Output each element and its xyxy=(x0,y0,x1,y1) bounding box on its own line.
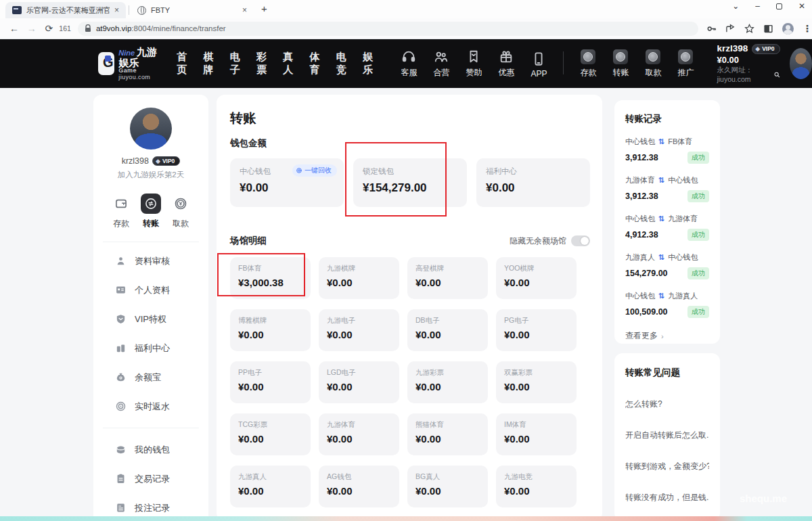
logo-nine: Nine xyxy=(118,49,135,57)
transfer-record-row[interactable]: 九游体育⇅中心钱包3,912.38成功 xyxy=(625,175,709,202)
venue-card-BG真人[interactable]: BG真人¥0.00 xyxy=(407,466,488,507)
quick-客服[interactable]: 客服 xyxy=(398,49,420,78)
sidebar-item-福利中心[interactable]: 福利中心 xyxy=(93,334,208,363)
venue-card-九游电竞[interactable]: 九游电竞¥0.00 xyxy=(496,466,577,507)
venue-card-FB体育[interactable]: FB体育¥3,000.38 xyxy=(230,257,311,299)
venue-amount: ¥0.00 xyxy=(327,277,391,288)
quick-转账[interactable]: 转账 xyxy=(610,49,631,78)
wallet-card-中心钱包[interactable]: 中心钱包一键回收¥0.00 xyxy=(230,158,344,207)
quick-取款[interactable]: 取款 xyxy=(642,49,664,78)
site-favicon xyxy=(12,6,22,14)
records-list: 中心钱包⇅FB体育3,912.38成功九游体育⇅中心钱包3,912.38成功中心… xyxy=(625,137,709,318)
faq-item[interactable]: 开启自动转账后怎么取... xyxy=(625,430,709,441)
share-icon[interactable] xyxy=(725,24,736,34)
venue-card-YOO棋牌[interactable]: YOO棋牌¥0.00 xyxy=(496,257,577,299)
view-more-link[interactable]: 查看更多› xyxy=(625,330,709,342)
site-logo[interactable]: Nine九游娱乐 Game jiuyou.com xyxy=(98,47,160,81)
sidebar-item-实时返水[interactable]: 实时返水 xyxy=(93,392,208,421)
venue-card-PP电子[interactable]: PP电子¥0.00 xyxy=(230,361,311,403)
tab-separator xyxy=(129,5,129,15)
wallet-card-锁定钱包[interactable]: 锁定钱包¥154,279.00 xyxy=(353,158,467,207)
transfer-record-row[interactable]: 中心钱包⇅九游真人100,509.00成功 xyxy=(625,291,709,318)
venue-card-九游棋牌[interactable]: 九游棋牌¥0.00 xyxy=(319,257,399,299)
venue-card-AG钱包[interactable]: AG钱包¥0.00 xyxy=(319,466,399,507)
tab-active[interactable]: 乐官网-云达不莱梅亚洲官方合作 × xyxy=(5,2,126,18)
tab-search-chevron-icon[interactable]: ⌄ xyxy=(732,1,739,11)
wallet-card-福利中心[interactable]: 福利中心¥0.00 xyxy=(476,158,590,207)
gift-icon xyxy=(499,49,514,64)
venue-card-双赢彩票[interactable]: 双赢彩票¥0.00 xyxy=(496,361,577,403)
user-avatar[interactable] xyxy=(790,48,812,79)
back-button[interactable]: ← xyxy=(5,23,23,34)
tab-close-icon[interactable]: × xyxy=(114,5,119,15)
venue-label: LGD电子 xyxy=(327,368,391,378)
forward-button[interactable]: → xyxy=(23,23,41,34)
venue-card-熊猫体育[interactable]: 熊猫体育¥0.00 xyxy=(407,413,488,455)
nav-item-电竞[interactable]: 电竞 xyxy=(336,51,347,76)
bookmark-star-icon[interactable] xyxy=(744,24,754,34)
venue-card-九游体育[interactable]: 九游体育¥0.00 xyxy=(319,413,399,455)
side-panel-icon[interactable] xyxy=(763,24,773,34)
status-badge: 成功 xyxy=(687,267,709,279)
nav-item-娱乐[interactable]: 娱乐 xyxy=(363,51,374,76)
transfer-record-row[interactable]: 中心钱包⇅FB体育3,912.38成功 xyxy=(625,137,709,164)
sidebar-action-转账[interactable]: 转账 xyxy=(141,194,161,229)
quick-合营[interactable]: 合营 xyxy=(430,49,452,78)
divider xyxy=(103,242,199,242)
browser-profile-avatar[interactable] xyxy=(782,23,794,35)
venue-card-九游彩票[interactable]: 九游彩票¥0.00 xyxy=(407,361,488,403)
hide-empty-toggle[interactable] xyxy=(571,235,590,246)
quick-优惠[interactable]: 优惠 xyxy=(495,49,517,78)
quick-推广[interactable]: 推广 xyxy=(675,49,696,78)
nav-item-棋牌[interactable]: 棋牌 xyxy=(203,51,214,76)
nav-item-体育[interactable]: 体育 xyxy=(310,51,321,76)
venue-amount: ¥0.00 xyxy=(504,485,568,497)
key-icon[interactable] xyxy=(706,24,717,34)
venue-label: 九游真人 xyxy=(238,472,302,482)
tab-close-icon[interactable]: × xyxy=(242,5,247,15)
sidebar-item-我的钱包[interactable]: 我的钱包 xyxy=(93,435,208,464)
close-window-button[interactable]: ✕ xyxy=(798,1,805,11)
quick-存款[interactable]: 存款 xyxy=(577,49,599,78)
venue-card-PG电子[interactable]: PG电子¥0.00 xyxy=(496,309,577,351)
nav-item-电子[interactable]: 电子 xyxy=(230,51,241,76)
sidebar-action-存款[interactable]: 存款 xyxy=(111,194,131,229)
quick-赞助[interactable]: 赞助 xyxy=(463,49,484,78)
transfer-record-row[interactable]: 中心钱包⇅九游体育4,912.38成功 xyxy=(625,214,709,241)
venue-card-博雅棋牌[interactable]: 博雅棋牌¥0.00 xyxy=(230,309,311,351)
restore-button[interactable] xyxy=(776,3,782,9)
new-tab-button[interactable]: + xyxy=(261,3,267,14)
sidebar-item-交易记录[interactable]: 交易记录 xyxy=(93,464,208,493)
search-icon[interactable] xyxy=(774,71,780,78)
profile-sidebar: krzl398 ◆VIP0 加入九游娱乐第2天 存款转账取款 资料审核个人资料V… xyxy=(93,95,208,521)
venue-card-TCG彩票[interactable]: TCG彩票¥0.00 xyxy=(230,413,311,455)
reload-button[interactable]: ⟳ xyxy=(41,23,58,34)
sidebar-item-个人资料[interactable]: 个人资料 xyxy=(93,275,208,304)
quick-APP[interactable]: APP xyxy=(528,51,549,78)
faq-item[interactable]: 怎么转账? xyxy=(625,399,709,410)
sidebar-item-余额宝[interactable]: 余额宝 xyxy=(93,363,208,392)
transfer-record-row[interactable]: 九游真人⇅中心钱包154,279.00成功 xyxy=(625,252,709,279)
address-bar[interactable]: at9voh.vip:8004/mine/finance/transfer xyxy=(78,22,698,36)
venue-card-DB电子[interactable]: DB电子¥0.00 xyxy=(407,309,488,351)
faq-item[interactable]: 转账到游戏，金额变少? xyxy=(625,461,709,472)
venue-card-LGD电子[interactable]: LGD电子¥0.00 xyxy=(319,361,399,403)
minimize-button[interactable]: – xyxy=(755,1,760,11)
venue-card-IM体育[interactable]: IM体育¥0.00 xyxy=(496,413,577,455)
tab-fbty[interactable]: FBTY × xyxy=(131,2,254,18)
record-from: 九游体育 xyxy=(625,175,655,185)
browser-menu-icon[interactable]: ⋮ xyxy=(803,23,812,34)
trade-record-icon xyxy=(115,473,127,484)
venue-card-九游真人[interactable]: 九游真人¥0.00 xyxy=(230,466,311,507)
nav-item-首页[interactable]: 首页 xyxy=(177,51,187,76)
sidebar-action-取款[interactable]: 取款 xyxy=(171,194,191,229)
sidebar-item-资料审核[interactable]: 资料审核 xyxy=(93,246,208,275)
nav-item-真人[interactable]: 真人 xyxy=(283,51,294,76)
sidebar-item-VIP特权[interactable]: VIP特权 xyxy=(93,304,208,334)
nav-item-彩票[interactable]: 彩票 xyxy=(256,51,267,76)
one-key-recycle-button[interactable]: 一键回收 xyxy=(292,164,337,177)
faq-item[interactable]: 转账没有成功，但是钱... xyxy=(625,492,709,503)
venue-card-高登棋牌[interactable]: 高登棋牌¥0.00 xyxy=(407,257,488,299)
sidebar-avatar[interactable] xyxy=(130,108,172,150)
venue-card-九游电子[interactable]: 九游电子¥0.00 xyxy=(319,309,399,351)
